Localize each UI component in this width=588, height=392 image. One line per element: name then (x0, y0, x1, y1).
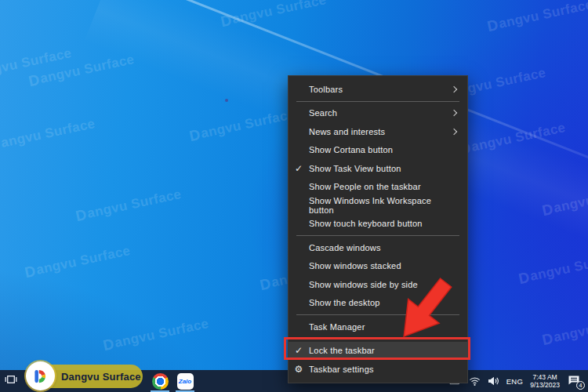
system-tray: ENG 7:43 AM 9/13/2023 4 (449, 370, 588, 392)
chevron-right-icon (451, 86, 457, 93)
chevron-right-icon (451, 129, 457, 135)
zalo-taskbar-button[interactable]: Zalo (172, 370, 198, 392)
menu-item-label: Show Cortana button (309, 145, 458, 154)
menu-separator (296, 339, 459, 339)
task-view-button[interactable] (0, 370, 22, 392)
checkmark-icon: ✓ (289, 346, 309, 355)
menu-item-label: Taskbar settings (309, 365, 458, 374)
menu-item-show-task-view-button[interactable]: ✓ Show Task View button (289, 159, 467, 178)
checkmark-icon: ✓ (289, 164, 309, 173)
menu-item-label: Cascade windows (309, 243, 458, 252)
menu-item-label: Toolbars (309, 85, 452, 94)
wifi-icon[interactable] (469, 376, 481, 387)
menu-item-show-windows-stacked[interactable]: Show windows stacked (289, 257, 467, 276)
menu-item-task-manager[interactable]: Task Manager (289, 318, 467, 336)
menu-item-taskbar-settings[interactable]: ⚙ Taskbar settings (289, 360, 467, 379)
menu-item-label: Show windows stacked (309, 261, 458, 270)
menu-item-label: Show Task View button (309, 164, 458, 173)
menu-item-label: Task Manager (309, 322, 458, 332)
menu-item-label: Show Windows Ink Workspace button (309, 196, 458, 215)
menu-item-lock-the-taskbar[interactable]: ✓ Lock the taskbar (289, 342, 467, 361)
menu-item-label: Show People on the taskbar (309, 182, 458, 191)
menu-item-show-windows-side-by-side[interactable]: Show windows side by side (289, 275, 467, 294)
menu-separator (296, 101, 459, 102)
menu-item-show-touch-keyboard-button[interactable]: Show touch keyboard button (289, 215, 467, 234)
menu-item-show-people-on-the-taskbar[interactable]: Show People on the taskbar (289, 178, 467, 197)
chrome-taskbar-button[interactable] (147, 370, 172, 392)
menu-item-label: Search (309, 108, 452, 118)
notification-badge: 4 (576, 381, 585, 390)
clock-date: 9/13/2023 (530, 381, 560, 389)
taskbar-context-menu: Toolbars Search News and interests Show … (288, 75, 468, 383)
menu-item-cascade-windows[interactable]: Cascade windows (289, 238, 467, 257)
action-center-button[interactable]: 4 (567, 374, 583, 388)
menu-item-toolbars[interactable]: Toolbars (289, 80, 467, 99)
language-indicator[interactable]: ENG (506, 377, 524, 386)
speaker-icon[interactable] (488, 376, 499, 387)
menu-item-label: Show windows side by side (309, 280, 458, 289)
windows-desktop: { "desktop": { "watermark_text": "Dangvu… (0, 0, 588, 392)
task-view-icon (5, 373, 17, 389)
clock[interactable]: 7:43 AM 9/13/2023 (530, 373, 560, 389)
menu-item-label: Show the desktop (309, 298, 458, 307)
menu-item-label: News and interests (309, 127, 452, 136)
gear-icon: ⚙ (289, 365, 309, 374)
menu-item-label: Show touch keyboard button (309, 219, 458, 228)
screenshot-artifact-dot (225, 99, 228, 102)
chrome-icon (152, 373, 169, 390)
clock-time: 7:43 AM (530, 373, 560, 381)
menu-item-show-windows-ink-workspace-button[interactable]: Show Windows Ink Workspace button (289, 196, 467, 215)
chevron-right-icon (451, 110, 457, 116)
menu-item-label: Lock the taskbar (309, 346, 458, 355)
menu-separator (296, 235, 459, 236)
menu-item-show-the-desktop[interactable]: Show the desktop (289, 294, 467, 313)
menu-item-show-cortana-button[interactable]: Show Cortana button (289, 141, 467, 160)
menu-item-news-and-interests[interactable]: News and interests (289, 122, 467, 141)
zalo-icon: Zalo (177, 373, 194, 390)
menu-separator (296, 314, 459, 315)
menu-item-search[interactable]: Search (289, 104, 467, 123)
